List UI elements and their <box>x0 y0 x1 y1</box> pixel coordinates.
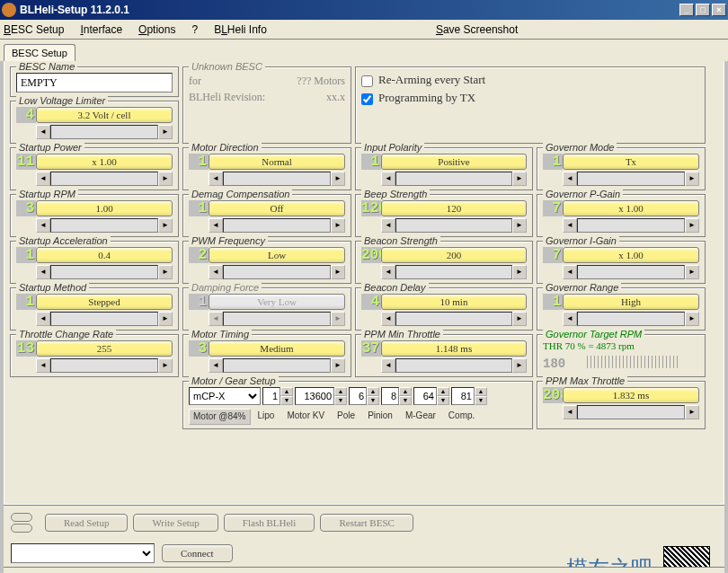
governor-mode: Governor Mode1Tx◄► <box>537 147 706 190</box>
input-polarity: Input Polarity1Positive◄► <box>355 147 533 190</box>
write-setup-button[interactable]: Write Setup <box>133 514 218 532</box>
throttle-change-rate: Throttle Change Rate13255◄► <box>10 334 179 377</box>
indicator-2 <box>11 524 32 533</box>
window-title: BLHeli-Setup 11.2.0.1 <box>20 4 679 16</box>
title-bar: BLHeli-Setup 11.2.0.1 _ □ × <box>0 0 728 20</box>
read-setup-button[interactable]: Read Setup <box>45 514 128 532</box>
target-rpm-slider[interactable] <box>587 356 678 368</box>
motor-percent-button[interactable]: Motor @84% <box>189 409 251 425</box>
left-arrow-icon[interactable]: ◄ <box>36 125 50 139</box>
low-voltage-limiter: Low Voltage Limiter43.2 Volt / cell◄► <box>10 101 179 144</box>
close-button[interactable]: × <box>712 4 726 16</box>
kv-spinner[interactable]: ▲▼ <box>295 387 347 405</box>
startup-power-slider[interactable]: ◄► <box>36 172 173 186</box>
flash-blheli-button[interactable]: Flash BLHeli <box>224 514 315 532</box>
rearm-checkbox[interactable] <box>361 75 373 87</box>
target-rpm-value: THR 70 % = 4873 rpm <box>543 340 699 351</box>
ppm-max-throttle: PPM Max Throttle2081.832 ms◄► <box>537 381 706 429</box>
governor-i-gain: Governor I-Gain7x 1.00◄► <box>537 241 706 284</box>
pole-spinner[interactable]: ▲▼ <box>349 387 379 405</box>
startup-power-value[interactable]: x 1.00 <box>36 154 173 170</box>
menu-bar: BESC Setup Interface Options ? BLHeli In… <box>0 20 728 40</box>
damping-force: Damping Force1Very Low◄► <box>182 287 351 331</box>
tab-strip: BESC Setup <box>0 40 728 61</box>
menu-save-screenshot[interactable]: Save Screenshot <box>436 23 518 36</box>
low-voltage-value[interactable]: 3.2 Volt / cell <box>36 107 173 123</box>
menu-besc-setup[interactable]: BESC Setup <box>4 23 64 36</box>
minimize-button[interactable]: _ <box>679 4 694 16</box>
right-arrow-icon[interactable]: ► <box>158 125 173 139</box>
tab-besc-setup[interactable]: BESC Setup <box>4 44 75 61</box>
unknown-besc-legend: Unknown BESC <box>189 61 265 72</box>
ppm-min-throttle: PPM Min Throttle371.148 ms◄► <box>355 334 533 377</box>
mgear-spinner[interactable]: ▲▼ <box>413 387 449 405</box>
status-bar: BESC Data loaded. <box>4 567 724 573</box>
up-arrow-icon[interactable]: ▲ <box>280 387 293 396</box>
motor-gear-setup: Motor / Gear Setup mCP-X ▲▼ ▲▼ ▲▼ ▲▼ ▲▼ … <box>182 381 533 429</box>
rearm-checkbox-label[interactable]: Re-Arming every Start <box>361 73 699 87</box>
app-icon <box>2 3 16 17</box>
startup-rpm: Startup RPM31.00◄► <box>10 194 179 237</box>
gear-model-select[interactable]: mCP-X <box>189 387 261 405</box>
main-panel: BESC Name Unknown BESC for??? Motors BLH… <box>4 61 724 505</box>
lipo-spinner[interactable]: ▲▼ <box>262 387 293 405</box>
governor-p-gain: Governor P-Gain7x 1.00◄► <box>537 194 706 237</box>
maximize-button[interactable]: □ <box>696 4 710 16</box>
menu-interface[interactable]: Interface <box>80 23 122 36</box>
connect-button[interactable]: Connect <box>162 544 233 562</box>
startup-acceleration: Startup Acceleration10.4◄► <box>10 241 179 284</box>
programming-checkbox-label[interactable]: Programming by TX <box>361 91 699 105</box>
action-button-bar: Read Setup Write Setup Flash BLHeli Rest… <box>4 505 724 540</box>
port-select[interactable] <box>11 543 155 563</box>
indicator-1 <box>11 513 32 522</box>
pwm-frequency: PWM Frequency2Low◄► <box>182 241 351 284</box>
startup-power: Startup Power11x 1.00◄► <box>10 147 179 190</box>
down-arrow-icon[interactable]: ▼ <box>280 396 293 405</box>
programming-checkbox[interactable] <box>361 93 373 105</box>
governor-target-rpm: Governor Target RPM THR 70 % = 4873 rpm … <box>537 334 706 377</box>
unknown-besc-group: Unknown BESC for??? Motors BLHeli Revisi… <box>182 66 351 144</box>
restart-besc-button[interactable]: Restart BESC <box>320 514 413 532</box>
beacon-strength: Beacon Strength200200◄► <box>355 241 533 284</box>
low-voltage-slider[interactable]: ◄► <box>36 125 173 139</box>
besc-name-input[interactable] <box>16 73 173 93</box>
menu-blheli-info[interactable]: BLHeli Info <box>214 23 267 36</box>
motor-direction: Motor Direction1Normal◄► <box>182 147 351 190</box>
comp-spinner[interactable]: ▲▼ <box>451 387 487 405</box>
besc-name-group: BESC Name <box>10 66 179 97</box>
startup-method: Startup Method1Stepped◄► <box>10 287 179 331</box>
beep-strength: Beep Strength120120◄► <box>355 194 533 237</box>
flags-group: Re-Arming every Start Programming by TX <box>355 66 706 144</box>
connection-bar: Connect 模友之吧www.moz8.com <box>4 540 724 567</box>
pinion-spinner[interactable]: ▲▼ <box>381 387 412 405</box>
motor-timing: Motor Timing3Medium◄► <box>182 334 351 377</box>
menu-help[interactable]: ? <box>191 23 198 36</box>
beacon-delay: Beacon Delay410 min◄► <box>355 287 533 331</box>
besc-name-legend: BESC Name <box>16 61 77 72</box>
demag-compensation: Demag Compensation1Off◄► <box>182 194 351 237</box>
governor-range: Governor Range1High◄► <box>537 287 706 331</box>
menu-options[interactable]: Options <box>138 23 175 36</box>
